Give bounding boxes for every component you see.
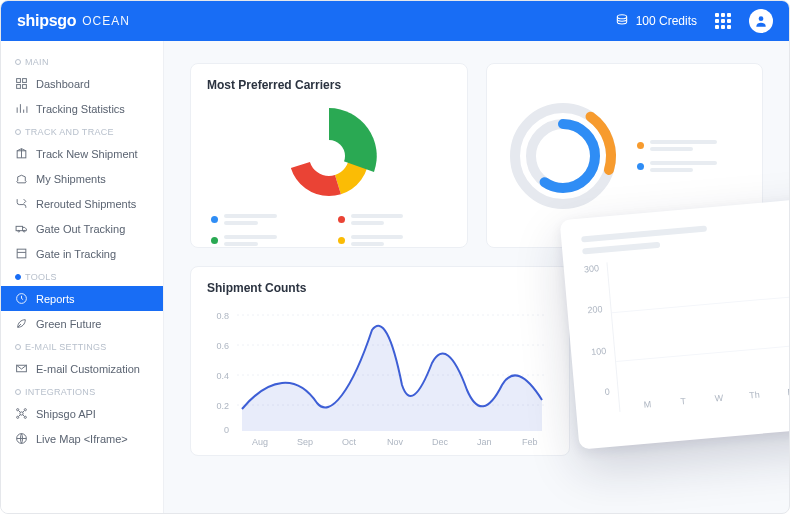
stats-icon — [15, 102, 28, 115]
svg-rect-2 — [17, 79, 21, 83]
svg-point-0 — [617, 14, 626, 18]
sidebar-item-label: Rerouted Shipments — [36, 198, 136, 210]
legend-item — [637, 161, 747, 172]
svg-text:Oct: Oct — [342, 437, 357, 447]
sidebar-item-gate-in[interactable]: Gate in Tracking — [1, 241, 163, 266]
svg-point-9 — [23, 230, 25, 232]
svg-rect-5 — [23, 85, 27, 89]
sidebar: MAIN Dashboard Tracking Statistics TRACK… — [1, 41, 164, 513]
sidebar-item-label: E-mail Customization — [36, 363, 140, 375]
ytick: 100 — [591, 345, 607, 356]
sidebar-item-label: Live Map <Iframe> — [36, 433, 128, 445]
ytick: 300 — [584, 263, 600, 274]
floating-bar-card: 300 200 100 0 M T W Th F S S — [560, 192, 789, 449]
legend-item — [338, 214, 447, 225]
svg-rect-10 — [17, 249, 26, 258]
body: MAIN Dashboard Tracking Statistics TRACK… — [1, 41, 789, 513]
svg-rect-7 — [16, 226, 23, 230]
api-icon — [15, 407, 28, 420]
brand-name: shipsgo — [17, 12, 76, 30]
svg-point-1 — [759, 16, 764, 21]
sidebar-item-label: Reports — [36, 293, 75, 305]
svg-rect-3 — [23, 79, 27, 83]
sidebar-item-label: Tracking Statistics — [36, 103, 125, 115]
card-shipment-counts: Shipment Counts 0.8 0.6 0.4 0.2 0 Aug Se… — [190, 266, 570, 456]
card-title: Shipment Counts — [207, 281, 553, 295]
bar-chart: 300 200 100 0 M T W Th F S S — [584, 240, 789, 414]
sidebar-item-label: My Shipments — [36, 173, 106, 185]
ytick: 200 — [587, 304, 603, 315]
svg-text:Sep: Sep — [297, 437, 313, 447]
section-track: TRACK AND TRACE — [1, 121, 163, 141]
sidebar-item-email-customization[interactable]: E-mail Customization — [1, 356, 163, 381]
legend-item — [338, 235, 447, 246]
card-carriers: Most Preferred Carriers — [190, 63, 468, 248]
svg-text:0.6: 0.6 — [216, 341, 229, 351]
apps-icon[interactable] — [715, 13, 731, 29]
sidebar-item-label: Shipsgo API — [36, 408, 96, 420]
credits-indicator[interactable]: 100 Credits — [614, 12, 697, 31]
sidebar-item-rerouted[interactable]: Rerouted Shipments — [1, 191, 163, 216]
sidebar-item-api[interactable]: Shipsgo API — [1, 401, 163, 426]
svg-text:Aug: Aug — [252, 437, 268, 447]
sidebar-item-track-new[interactable]: Track New Shipment — [1, 141, 163, 166]
brand: shipsgo OCEAN — [17, 12, 130, 30]
section-integrations: INTEGRATIONS — [1, 381, 163, 401]
svg-text:Feb: Feb — [522, 437, 538, 447]
sidebar-item-my-shipments[interactable]: My Shipments — [1, 166, 163, 191]
sidebar-item-green-future[interactable]: Green Future — [1, 311, 163, 336]
svg-point-15 — [24, 409, 26, 411]
legend-item — [211, 214, 320, 225]
app-header: shipsgo OCEAN 100 Credits — [1, 1, 789, 41]
coins-icon — [614, 12, 630, 31]
ytick: 0 — [594, 387, 610, 398]
svg-point-16 — [17, 416, 19, 418]
app-window: shipsgo OCEAN 100 Credits MAIN Dashboar — [0, 0, 790, 514]
brand-product: OCEAN — [82, 14, 130, 28]
section-email: E-MAIL SETTINGS — [1, 336, 163, 356]
svg-text:Jan: Jan — [477, 437, 492, 447]
line-chart: 0.8 0.6 0.4 0.2 0 Aug Sep Oct Nov Dec Ja… — [207, 305, 557, 450]
truck-icon — [15, 222, 28, 235]
user-avatar-icon[interactable] — [749, 9, 773, 33]
card-title: Most Preferred Carriers — [207, 78, 451, 92]
svg-rect-4 — [17, 85, 21, 89]
sidebar-item-dashboard[interactable]: Dashboard — [1, 71, 163, 96]
map-icon — [15, 432, 28, 445]
route-icon — [15, 197, 28, 210]
svg-point-22 — [313, 140, 345, 172]
sidebar-item-label: Track New Shipment — [36, 148, 138, 160]
header-actions: 100 Credits — [614, 9, 773, 33]
legend-item — [637, 140, 747, 151]
svg-point-17 — [24, 416, 26, 418]
content-area: Most Preferred Carriers — [164, 41, 789, 513]
clock-icon — [15, 292, 28, 305]
mail-icon — [15, 362, 28, 375]
package-icon — [15, 147, 28, 160]
sidebar-item-label: Dashboard — [36, 78, 90, 90]
sidebar-item-live-map[interactable]: Live Map <Iframe> — [1, 426, 163, 451]
svg-text:Dec: Dec — [432, 437, 449, 447]
sidebar-item-reports[interactable]: Reports — [1, 286, 163, 311]
svg-point-14 — [17, 409, 19, 411]
legend-item — [211, 235, 320, 246]
gate-icon — [15, 247, 28, 260]
sidebar-item-label: Gate Out Tracking — [36, 223, 125, 235]
sidebar-item-gate-out[interactable]: Gate Out Tracking — [1, 216, 163, 241]
svg-text:Nov: Nov — [387, 437, 404, 447]
section-main: MAIN — [1, 51, 163, 71]
sidebar-item-tracking-stats[interactable]: Tracking Statistics — [1, 96, 163, 121]
leaf-icon — [15, 317, 28, 330]
credits-label: 100 Credits — [636, 14, 697, 28]
svg-text:0.8: 0.8 — [216, 311, 229, 321]
ring-chart — [503, 96, 623, 216]
donut-chart-carriers — [207, 102, 451, 212]
dashboard-icon — [15, 77, 28, 90]
svg-text:0.4: 0.4 — [216, 371, 229, 381]
sidebar-item-label: Gate in Tracking — [36, 248, 116, 260]
svg-text:0.2: 0.2 — [216, 401, 229, 411]
ship-icon — [15, 172, 28, 185]
svg-point-24 — [503, 96, 623, 216]
svg-text:0: 0 — [224, 425, 229, 435]
section-tools: TOOLS — [1, 266, 163, 286]
